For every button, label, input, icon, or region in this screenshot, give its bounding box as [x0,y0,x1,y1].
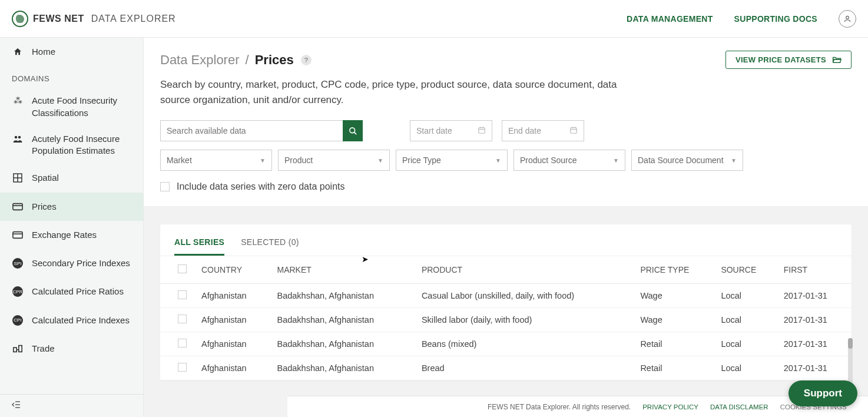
include-zero-checkbox-row[interactable]: Include data series with zero data point… [160,181,852,192]
product-source-select[interactable]: Product Source▼ [513,150,625,171]
sidebar-item-secondary-price-indexes[interactable]: SPI Secondary Price Indexes [0,249,143,277]
cell-source: Local [715,308,777,332]
sidebar-item-exchange-rates[interactable]: Exchange Rates [0,221,143,249]
app-header: FEWS NET DATA EXPLORER DATA MANAGEMENT S… [0,0,868,38]
classification-icon: ⁂ [12,95,24,107]
help-icon[interactable]: ? [301,55,312,65]
sidebar-collapse-button[interactable] [0,394,143,417]
app-logo[interactable]: FEWS NET DATA EXPLORER [12,11,176,27]
filter-panel: Data Explorer / Prices ? VIEW PRICE DATA… [144,38,868,207]
row-checkbox[interactable] [178,290,187,299]
sidebar-item-trade[interactable]: Trade [0,335,143,363]
cell-product: Casual Labor (unskilled, daily, with foo… [416,284,635,308]
breadcrumb-root[interactable]: Data Explorer [160,52,240,68]
globe-icon [12,11,28,27]
row-checkbox[interactable] [178,315,187,323]
cell-price-type: Wage [634,308,715,332]
table-row[interactable]: Afghanistan Badakhshan, Afghanistan Bean… [160,332,852,356]
cell-market: Badakhshan, Afghanistan [271,356,415,380]
svg-rect-6 [13,203,22,210]
footer-copyright: FEWS NET Data Explorer. All rights reser… [488,403,631,411]
sidebar-item-label: Trade [32,343,55,355]
cell-first: 2017-01-31 [778,308,852,332]
calendar-icon [569,126,578,136]
col-source[interactable]: SOURCE [715,256,777,284]
table-scrollbar[interactable] [848,338,853,385]
grid-icon [12,172,24,184]
tab-all-series[interactable]: ALL SERIES [174,237,224,256]
start-date-input[interactable]: Start date [410,120,492,141]
end-date-input[interactable]: End date [502,120,584,141]
price-type-select[interactable]: Price Type▼ [396,150,508,171]
col-first[interactable]: FIRST [778,256,852,284]
col-product[interactable]: PRODUCT [416,256,635,284]
col-country[interactable]: COUNTRY [196,256,271,284]
search-input[interactable] [160,120,343,141]
scrollbar-thumb[interactable] [848,338,853,349]
footer-privacy-link[interactable]: PRIVACY POLICY [642,403,698,411]
include-zero-label: Include data series with zero data point… [177,181,345,192]
select-all-checkbox[interactable] [178,264,187,273]
cell-first: 2017-01-31 [778,356,852,380]
trade-icon [12,343,24,355]
sidebar-item-label: Acutely Food Insecure Population Estimat… [32,133,131,157]
brand-name: FEWS NET [33,14,84,24]
cell-country: Afghanistan [196,284,271,308]
cell-country: Afghanistan [196,356,271,380]
tab-selected[interactable]: SELECTED (0) [241,237,299,256]
sidebar-item-population-estimates[interactable]: Acutely Food Insecure Population Estimat… [0,126,143,164]
row-checkbox[interactable] [178,363,187,372]
sidebar-home[interactable]: Home [0,38,143,66]
collapse-icon [12,401,21,409]
sidebar-item-calc-price-indexes[interactable]: CPI Calculated Price Indexes [0,306,143,335]
checkbox-icon [160,182,170,191]
sidebar-item-spatial[interactable]: Spatial [0,164,143,192]
table-row[interactable]: Afghanistan Badakhshan, Afghanistan Casu… [160,284,852,308]
search-button[interactable] [343,120,363,141]
sidebar-item-afi-classifications[interactable]: ⁂ Acute Food Insecurity Classifications [0,88,143,126]
product-select[interactable]: Product▼ [278,150,390,171]
table-row[interactable]: Afghanistan Badakhshan, Afghanistan Skil… [160,308,852,332]
cpi-badge-icon: CPI [12,315,24,326]
sidebar-item-label: Spatial [32,172,59,184]
col-price-type[interactable]: PRICE TYPE [634,256,715,284]
row-checkbox[interactable] [178,339,187,348]
svg-rect-18 [479,127,485,133]
cell-first: 2017-01-31 [778,284,852,308]
sidebar-section-domains: DOMAINS [0,66,143,88]
data-source-doc-select[interactable]: Data Source Document▼ [631,150,743,171]
sidebar-item-prices[interactable]: Prices [0,193,143,221]
chevron-down-icon: ▼ [377,157,383,164]
sidebar-item-label: Home [32,46,55,58]
footer: FEWS NET Data Explorer. All rights reser… [287,396,868,417]
brand-subtitle: DATA EXPLORER [91,14,176,24]
svg-rect-8 [13,231,22,238]
spi-badge-icon: SPI [12,257,24,269]
cell-market: Badakhshan, Afghanistan [271,308,415,332]
people-icon [12,133,24,145]
page-description: Search by country, market, product, CPC … [160,77,649,107]
cell-source: Local [715,284,777,308]
search-group [160,120,363,141]
view-btn-label: VIEW PRICE DATASETS [736,55,826,64]
view-price-datasets-button[interactable]: VIEW PRICE DATASETS [725,51,852,69]
cell-price-type: Retail [634,356,715,380]
support-button[interactable]: Support [789,380,857,406]
market-select[interactable]: Market▼ [160,150,272,171]
table-row[interactable]: Afghanistan Badakhshan, Afghanistan Brea… [160,356,852,380]
home-icon [12,46,24,58]
cell-product: Skilled labor (daily, with food) [416,308,635,332]
nav-supporting-docs[interactable]: SUPPORTING DOCS [734,14,817,24]
cell-market: Badakhshan, Afghanistan [271,284,415,308]
footer-disclaimer-link[interactable]: DATA DISCLAMER [710,403,768,411]
user-avatar-button[interactable] [839,10,856,28]
svg-rect-22 [571,127,577,133]
cell-source: Local [715,332,777,356]
sidebar-item-calc-price-ratios[interactable]: CPR Calculated Price Ratios [0,277,143,306]
nav-data-management[interactable]: DATA MANAGEMENT [627,14,713,24]
col-market[interactable]: MARKET [271,256,415,284]
svg-point-0 [846,16,849,19]
end-date-placeholder: End date [508,126,541,135]
cell-source: Local [715,356,777,380]
chevron-down-icon: ▼ [731,157,737,164]
